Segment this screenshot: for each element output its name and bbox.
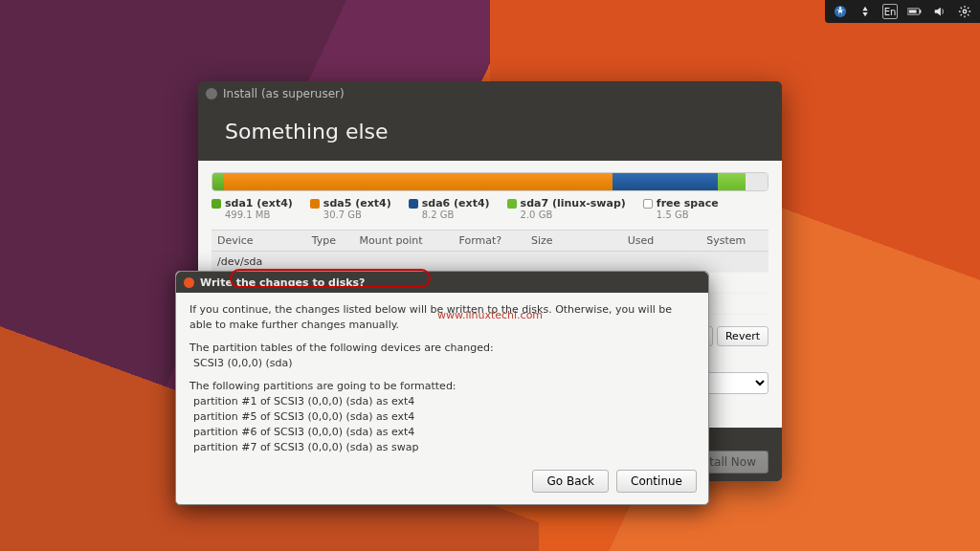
svg-point-5	[963, 10, 967, 13]
col-used: Used	[622, 231, 702, 252]
dialog-format-head: The following partitions are going to be…	[189, 380, 457, 392]
dialog-title: Write the changes to disks?	[200, 276, 365, 289]
svg-point-1	[839, 7, 842, 10]
volume-icon[interactable]	[932, 4, 947, 19]
disk-legend: sda1 (ext4)499.1 MB sda5 (ext4)30.7 GB s…	[212, 197, 768, 220]
table-row-disk[interactable]: /dev/sda	[212, 252, 768, 273]
col-format: Format?	[454, 231, 525, 252]
continue-button[interactable]: Continue	[616, 470, 697, 493]
settings-gear-icon[interactable]	[957, 4, 972, 19]
legend-item: sda6 (ext4)8.2 GB	[409, 197, 490, 220]
dialog-format-line: partition #1 of SCSI3 (0,0,0) (sda) as e…	[193, 395, 414, 408]
legend-item: sda7 (linux-swap)2.0 GB	[507, 197, 626, 220]
keyboard-layout-icon[interactable]: En	[882, 4, 898, 19]
dialog-tables-head: The partition tables of the following de…	[189, 342, 494, 354]
col-mount: Mount point	[353, 231, 453, 252]
col-system: System	[701, 231, 768, 252]
dialog-intro: If you continue, the changes listed belo…	[189, 302, 695, 333]
svg-rect-3	[920, 10, 922, 12]
dialog-close-icon[interactable]	[184, 277, 194, 288]
window-title: Install (as superuser)	[223, 87, 345, 100]
dialog-format-line: partition #7 of SCSI3 (0,0,0) (sda) as s…	[193, 441, 418, 453]
legend-item: free space1.5 GB	[643, 197, 719, 220]
dialog-format-line: partition #6 of SCSI3 (0,0,0) (sda) as e…	[193, 426, 414, 438]
accessibility-icon[interactable]	[833, 4, 848, 19]
system-tray: En	[825, 0, 980, 23]
col-type: Type	[306, 231, 354, 252]
network-icon[interactable]	[858, 4, 873, 19]
confirm-dialog: Write the changes to disks? If you conti…	[175, 271, 709, 505]
col-device: Device	[212, 231, 306, 252]
legend-item: sda1 (ext4)499.1 MB	[212, 197, 293, 220]
svg-rect-4	[909, 10, 917, 12]
revert-button[interactable]: Revert	[717, 326, 768, 346]
window-titlebar: Install (as superuser)	[198, 81, 782, 106]
window-close-icon[interactable]	[206, 88, 217, 99]
disk-usage-bar	[212, 172, 768, 191]
dialog-format-line: partition #5 of SCSI3 (0,0,0) (sda) as e…	[193, 410, 414, 423]
page-heading: Something else	[198, 106, 782, 161]
dialog-body: If you continue, the changes listed belo…	[176, 293, 708, 470]
col-size: Size	[525, 231, 622, 252]
go-back-button[interactable]: Go Back	[532, 470, 609, 493]
battery-icon[interactable]	[907, 4, 923, 19]
dialog-titlebar: Write the changes to disks?	[176, 272, 708, 293]
legend-item: sda5 (ext4)30.7 GB	[310, 197, 391, 220]
dialog-tables-list: SCSI3 (0,0,0) (sda)	[193, 357, 293, 369]
